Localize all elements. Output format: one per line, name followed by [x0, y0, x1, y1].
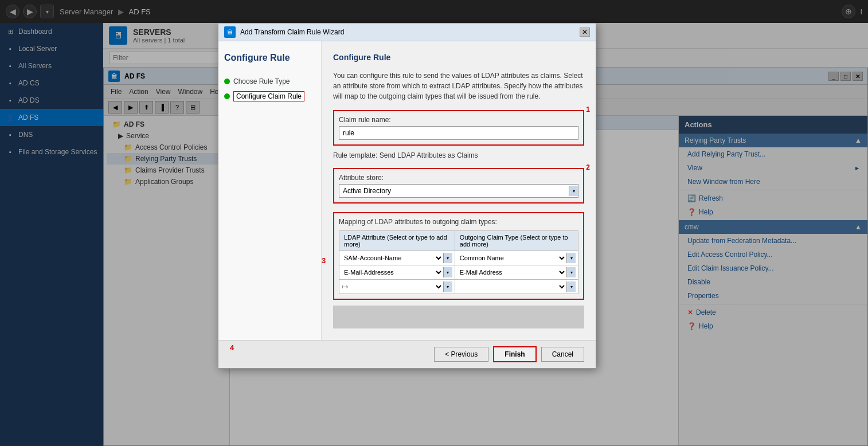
claim-dropdown-1[interactable]: ▾: [566, 253, 576, 263]
claim-rule-name-input[interactable]: [339, 126, 578, 140]
wizard-steps-panel: Configure Rule Choose Rule Type Configur…: [218, 41, 322, 340]
step-3-annotation: 3: [322, 256, 326, 265]
attribute-store-dropdown[interactable]: ▾: [569, 186, 578, 196]
step-2-dot: [224, 93, 230, 99]
wizard-title: Add Transform Claim Rule Wizard: [240, 28, 344, 36]
ldap-dropdown-3[interactable]: ▾: [443, 281, 452, 292]
ldap-select-2[interactable]: E-Mail-Addresses: [342, 268, 443, 276]
table-row: SAM-Account-Name ▾ Common Na: [339, 251, 578, 265]
mapping-section: Mapping of LDAP attributes to outgoing c…: [333, 212, 584, 300]
table-row: ↦ ▾: [339, 280, 578, 294]
mapping-label: Mapping of LDAP attributes to outgoing c…: [339, 218, 578, 226]
wizard-overlay: 🏛 Add Transform Claim Rule Wizard ✕ Conf…: [0, 0, 868, 446]
mapping-row-3-ldap: ↦ ▾: [339, 280, 455, 294]
col-header-claim: Outgoing Claim Type (Select or type to a…: [455, 231, 578, 251]
wizard-description: You can configure this rule to send the …: [333, 71, 584, 101]
table-row: E-Mail-Addresses ▾ E-Mail Ad: [339, 265, 578, 280]
attribute-store-section: Attribute store: Active Directory ▾: [333, 168, 584, 204]
claim-select-3[interactable]: [458, 283, 566, 291]
claim-dropdown-3[interactable]: ▾: [566, 281, 576, 292]
wizard-body: Configure Rule Choose Rule Type Configur…: [218, 41, 596, 340]
wizard-step-2: Configure Claim Rule: [224, 88, 315, 104]
step-2-annotation: 2: [586, 163, 590, 171]
attribute-store-value: Active Directory: [339, 185, 569, 197]
add-row-icon: ↦: [342, 282, 349, 291]
ldap-select-1[interactable]: SAM-Account-Name: [342, 254, 443, 262]
wizard-section-title: Configure Rule: [333, 53, 584, 62]
finish-button[interactable]: Finish: [493, 346, 536, 362]
wizard-steps-list: Choose Rule Type Configure Claim Rule: [224, 75, 315, 104]
previous-button[interactable]: < Previous: [434, 347, 488, 362]
wizard-footer: 4 < Previous Finish Cancel: [218, 340, 596, 368]
mapping-row-1-claim: Common Name ▾: [455, 251, 578, 265]
claim-dropdown-2[interactable]: ▾: [566, 267, 576, 277]
step-2-label: Configure Claim Rule: [233, 91, 304, 101]
mapping-table: LDAP Attribute (Select or type to add mo…: [339, 230, 578, 294]
mapping-row-2-ldap: E-Mail-Addresses ▾: [339, 265, 455, 280]
wizard-close-button[interactable]: ✕: [580, 28, 590, 37]
col-header-ldap: LDAP Attribute (Select or type to add mo…: [339, 231, 455, 251]
mapping-row-3-claim: ▾: [455, 280, 578, 294]
attribute-store-label: Attribute store:: [339, 174, 578, 182]
ldap-dropdown-1[interactable]: ▾: [443, 253, 452, 263]
ldap-select-3[interactable]: [351, 283, 443, 291]
step-1-annotation: 1: [586, 105, 590, 114]
mapping-row-1-ldap: SAM-Account-Name ▾: [339, 251, 455, 265]
mapping-row-2-claim: E-Mail Address ▾: [455, 265, 578, 280]
cancel-button[interactable]: Cancel: [541, 347, 584, 362]
wizard-heading: Configure Rule: [224, 53, 315, 63]
wizard-icon: 🏛: [224, 26, 236, 38]
step-1-label: Choose Rule Type: [233, 77, 290, 85]
step-4-annotation: 4: [230, 343, 234, 352]
claim-rule-name-section: Claim rule name:: [333, 110, 584, 146]
claim-select-2[interactable]: E-Mail Address: [458, 268, 566, 276]
wizard-dialog: 🏛 Add Transform Claim Rule Wizard ✕ Conf…: [218, 23, 596, 369]
claim-select-1[interactable]: Common Name: [458, 254, 566, 262]
step-1-dot: [224, 79, 230, 84]
wizard-step-1: Choose Rule Type: [224, 75, 315, 88]
ldap-dropdown-2[interactable]: ▾: [443, 267, 452, 277]
claim-rule-name-label: Claim rule name:: [339, 116, 578, 124]
rule-template-label: Rule template: Send LDAP Attributes as C…: [333, 151, 584, 159]
wizard-form-panel: Configure Rule You can configure this ru…: [322, 41, 596, 340]
wizard-titlebar: 🏛 Add Transform Claim Rule Wizard ✕: [218, 24, 596, 41]
wizard-bottom-gray: [333, 306, 584, 328]
